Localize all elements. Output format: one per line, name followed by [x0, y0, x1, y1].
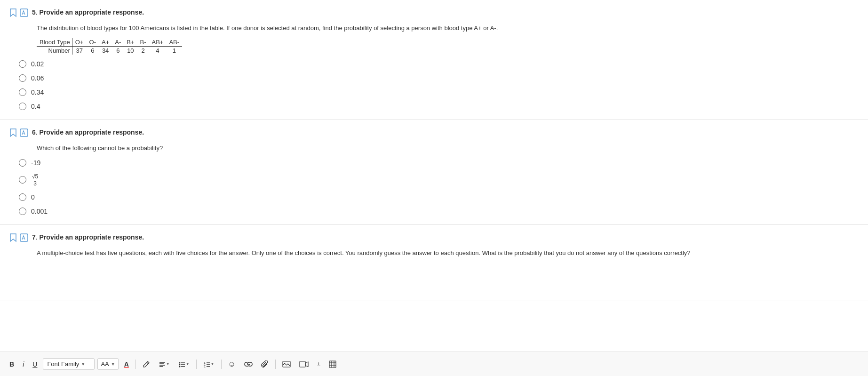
question-7-header: 7. Provide an appropriate response.: [9, 232, 859, 244]
question-5-prompt: The distribution of blood types for 100 …: [37, 24, 859, 33]
toolbar-separator-1: [135, 360, 136, 369]
question-6-section: 6. Provide an appropriate response. Whic…: [0, 120, 868, 225]
radio-5d[interactable]: [19, 103, 26, 110]
radio-5c[interactable]: [19, 88, 26, 96]
svg-point-7: [179, 362, 180, 363]
question-6-body: Which of the following cannot be a proba…: [37, 144, 859, 153]
option-5a-label: 0.02: [31, 60, 44, 68]
font-size-dropdown[interactable]: AA ▼: [97, 358, 118, 370]
question-5-options: 0.02 0.06 0.34 0.4: [19, 60, 859, 110]
svg-rect-21: [300, 361, 305, 367]
editor-toolbar: B i U Font Family ▼ AA ▼ A ▼: [0, 352, 868, 376]
question-7-title: 7. Provide an appropriate response.: [32, 232, 144, 242]
bookmark-icon-6[interactable]: [9, 128, 17, 139]
edit-icon-5[interactable]: [20, 8, 28, 18]
font-size-arrow-icon: ▼: [111, 362, 115, 367]
svg-rect-22: [329, 361, 336, 368]
radio-6d[interactable]: [19, 208, 26, 215]
question-5-header: 5. Provide an appropriate response.: [9, 8, 859, 19]
video-button[interactable]: [296, 359, 311, 369]
link-button[interactable]: [241, 359, 255, 369]
emoji-button[interactable]: ☺: [225, 358, 239, 370]
attachment-button[interactable]: [258, 359, 271, 370]
radio-6c[interactable]: [19, 193, 26, 201]
bold-button[interactable]: B: [7, 359, 17, 370]
question-6-prompt: Which of the following cannot be a proba…: [37, 144, 859, 153]
question-5-body: The distribution of blood types for 100 …: [37, 24, 859, 55]
image-button[interactable]: [279, 359, 294, 369]
font-color-button[interactable]: A: [121, 359, 132, 370]
option-6c[interactable]: 0: [19, 193, 859, 201]
draw-button[interactable]: [140, 359, 153, 370]
formula-button[interactable]: ±: [314, 359, 323, 369]
option-5b[interactable]: 0.06: [19, 74, 859, 82]
toolbar-separator-4: [275, 360, 276, 369]
question-5-title: 5. Provide an appropriate response.: [32, 8, 144, 17]
font-family-dropdown[interactable]: Font Family ▼: [43, 358, 95, 370]
question-7-body: A multiple-choice test has five question…: [37, 248, 859, 258]
page-container: 5. Provide an appropriate response. The …: [0, 0, 868, 301]
list-ordered-arrow-icon: ▼: [211, 362, 215, 366]
list-unordered-arrow-icon: ▼: [186, 362, 190, 366]
radio-5a[interactable]: [19, 60, 26, 68]
question-7-section: 7. Provide an appropriate response. A mu…: [0, 225, 868, 301]
toolbar-separator-3: [221, 360, 222, 369]
italic-button[interactable]: i: [20, 359, 27, 370]
bookmark-icon-5[interactable]: [9, 8, 17, 19]
svg-point-11: [179, 366, 180, 367]
underline-button[interactable]: U: [30, 359, 40, 370]
blood-type-table: Blood Type O+ O- A+ A- B+ B- AB+ AB- Num…: [37, 38, 182, 55]
option-6c-label: 0: [31, 193, 35, 201]
option-6d-label: 0.001: [31, 208, 48, 215]
radio-6a[interactable]: [19, 159, 26, 167]
question-6-icons: [9, 128, 28, 139]
question-6-header: 6. Provide an appropriate response.: [9, 128, 859, 139]
table-button[interactable]: [326, 359, 339, 370]
align-button[interactable]: ▼: [156, 359, 173, 370]
option-6b[interactable]: √5 3: [19, 173, 859, 187]
bookmark-icon-7[interactable]: [9, 233, 17, 244]
list-ordered-button[interactable]: 1. 2. 3. ▼: [200, 359, 217, 370]
option-5a[interactable]: 0.02: [19, 60, 859, 68]
edit-icon-7[interactable]: [20, 233, 28, 243]
font-family-label: Font Family: [47, 360, 79, 368]
option-6d[interactable]: 0.001: [19, 208, 859, 215]
svg-point-9: [179, 364, 180, 365]
option-6a-label: -19: [31, 159, 40, 167]
question-7-prompt: A multiple-choice test has five question…: [37, 248, 859, 258]
option-5c-label: 0.34: [31, 88, 44, 96]
list-unordered-button[interactable]: ▼: [175, 359, 192, 370]
fraction-sqrt5-3: √5 3: [31, 173, 39, 187]
question-7-icons: [9, 233, 28, 244]
font-size-label: AA: [101, 360, 109, 368]
option-6b-label: √5 3: [31, 173, 39, 187]
option-6a[interactable]: -19: [19, 159, 859, 167]
question-6-options: -19 √5 3 0 0.001: [19, 159, 859, 216]
radio-5b[interactable]: [19, 74, 26, 82]
question-5-icons: [9, 8, 28, 19]
option-5c[interactable]: 0.34: [19, 88, 859, 96]
align-arrow-icon: ▼: [166, 362, 170, 366]
font-family-arrow-icon: ▼: [81, 362, 85, 367]
option-5b-label: 0.06: [31, 74, 44, 82]
edit-icon-6[interactable]: [20, 128, 28, 138]
option-5d[interactable]: 0.4: [19, 103, 859, 110]
question-6-title: 6. Provide an appropriate response.: [32, 128, 144, 137]
toolbar-separator-2: [196, 360, 197, 369]
svg-text:3.: 3.: [204, 365, 206, 368]
radio-6b[interactable]: [19, 176, 26, 184]
question-5-section: 5. Provide an appropriate response. The …: [0, 0, 868, 120]
option-5d-label: 0.4: [31, 103, 40, 110]
